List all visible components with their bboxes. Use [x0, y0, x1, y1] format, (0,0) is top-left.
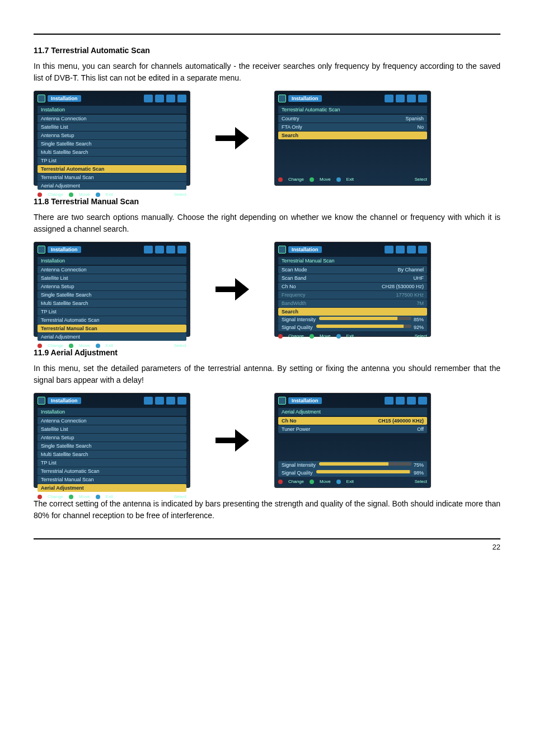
red-dot-icon: [38, 344, 42, 348]
screenshot-manual-scan: Installation Terrestrial Manual Scan Sca…: [274, 242, 431, 337]
signal-bar-row: Signal Intensity75%: [278, 461, 427, 469]
header-pill: [407, 397, 416, 405]
foot-move: Move: [79, 343, 90, 348]
signal-bar-row: Signal Quality98%: [278, 469, 427, 477]
section-body-11-8: There are two search options manually. C…: [34, 212, 500, 235]
signal-percent: 92%: [414, 325, 424, 330]
screenshot-row-11-7: Installation Installation Antenna Connec…: [34, 91, 500, 186]
setting-label: Search: [282, 133, 298, 138]
shot-subtitle: Terrestrial Automatic Scan: [278, 106, 427, 114]
header-pill: [144, 397, 153, 405]
section-title-11-8: 11.8 Terrestrial Manual Scan: [34, 197, 500, 206]
menu-item: Terrestrial Automatic Scan: [38, 467, 186, 475]
window-icon: [278, 95, 286, 102]
signal-label: Signal Quality: [282, 325, 313, 330]
signal-percent: 98%: [414, 470, 424, 476]
header-pill: [177, 246, 186, 253]
setting-value: CH28 (530000 Hz): [382, 284, 424, 289]
setting-value: CH15 (490000 KHz): [378, 418, 424, 424]
setting-row: Search: [278, 308, 427, 316]
foot-change: Change: [288, 479, 304, 484]
window-icon: [278, 397, 286, 405]
header-pill: [407, 246, 416, 253]
header-pill: [418, 246, 427, 253]
foot-change: Change: [48, 343, 63, 348]
setting-row: Frequency177500 KHz: [278, 291, 427, 299]
menu-item: Terrestrial Automatic Scan: [38, 316, 186, 324]
shot-footer: Change Move Exit Select: [278, 334, 427, 339]
menu-item: Antenna Setup: [38, 283, 186, 290]
blue-dot-icon: [336, 480, 341, 484]
header-pill: [155, 397, 164, 405]
signal-bar: [316, 325, 411, 328]
signal-bar: [316, 470, 411, 473]
section-body-11-7: In this menu, you can search for channel…: [34, 60, 500, 84]
shot-subtitle: Terrestrial Manual Scan: [278, 257, 427, 265]
manual-scan-bars: Signal Intensity85%Signal Quality92%: [278, 316, 427, 331]
menu-item: Multi Satellite Search: [38, 299, 186, 307]
header-pill: [144, 95, 153, 102]
menu-item: Aerial Adjustment: [38, 182, 186, 190]
header-pill: [396, 397, 405, 405]
menu-item: Antenna Connection: [38, 266, 186, 274]
header-pill: [385, 397, 394, 405]
foot-exit: Exit: [346, 334, 354, 339]
shot-title: Installation: [288, 95, 322, 102]
foot-exit: Exit: [106, 192, 113, 197]
section-body-11-9a: In this menu, set the detailed parameter…: [34, 363, 500, 386]
foot-exit: Exit: [346, 177, 354, 182]
foot-move: Move: [320, 334, 331, 339]
signal-bar: [319, 317, 411, 320]
menu-item: Antenna Setup: [38, 132, 186, 139]
signal-percent: 85%: [414, 317, 424, 322]
window-icon: [38, 397, 45, 405]
menu-item: Satellite List: [38, 123, 186, 131]
header-pill: [407, 95, 416, 102]
header-pill: [177, 397, 186, 405]
setting-value: Spanish: [405, 116, 424, 121]
menu-item: Antenna Connection: [38, 115, 186, 123]
section-body-11-9b: The correct setting of the antenna is in…: [34, 498, 500, 522]
menu-item: Multi Satellite Search: [38, 450, 186, 458]
setting-value: No: [417, 124, 424, 130]
green-dot-icon: [310, 177, 314, 182]
foot-change: Change: [288, 177, 304, 182]
shot-subtitle: Aerial Adjustment: [278, 408, 427, 416]
setting-value: Off: [417, 426, 424, 432]
aerial-rows: Ch NoCH15 (490000 KHz)Tuner PowerOff: [278, 417, 427, 439]
red-dot-icon: [278, 480, 283, 484]
header-pill: [155, 246, 164, 253]
green-dot-icon: [69, 192, 73, 197]
shot-title: Installation: [48, 246, 81, 253]
setting-row: Scan ModeBy Channel: [278, 266, 427, 274]
signal-bar: [319, 462, 411, 466]
green-dot-icon: [310, 480, 314, 484]
window-icon: [38, 95, 45, 102]
screenshot-install-manual: Installation Installation Antenna Connec…: [34, 242, 190, 337]
header-pill: [166, 95, 175, 102]
setting-row: CountrySpanish: [278, 115, 427, 123]
menu-item: Single Satellite Search: [38, 291, 186, 299]
foot-select: Select: [415, 177, 427, 182]
shot-footer: Change Move Exit Select: [38, 192, 186, 197]
menu-item: Antenna Setup: [38, 434, 186, 442]
foot-select: Select: [415, 334, 427, 339]
foot-exit: Exit: [346, 479, 354, 484]
menu-item: Terrestrial Manual Scan: [38, 173, 186, 181]
foot-move: Move: [79, 192, 90, 197]
screenshot-aerial-adjust: Installation Aerial Adjustment Ch NoCH15…: [274, 393, 431, 488]
section-title-11-9: 11.9 Aerial Adjustment: [34, 348, 500, 357]
setting-row: FTA OnlyNo: [278, 123, 427, 131]
foot-change: Change: [288, 334, 304, 339]
setting-label: Scan Mode: [282, 267, 307, 273]
shot-subtitle: Installation: [38, 106, 186, 114]
menu-item: Multi Satellite Search: [38, 148, 186, 156]
manual-scan-rows: Scan ModeBy ChannelScan BandUHFCh NoCH28…: [278, 266, 427, 316]
install-item-list: Antenna ConnectionSatellite ListAntenna …: [38, 115, 186, 190]
header-pill: [166, 397, 175, 405]
section-title-11-7: 11.7 Terrestrial Automatic Scan: [34, 46, 500, 55]
header-pill: [396, 246, 405, 253]
shot-footer: Change Move Exit Select: [38, 343, 186, 348]
setting-row: BandWidth7M: [278, 299, 427, 307]
signal-label: Signal Quality: [282, 470, 313, 476]
